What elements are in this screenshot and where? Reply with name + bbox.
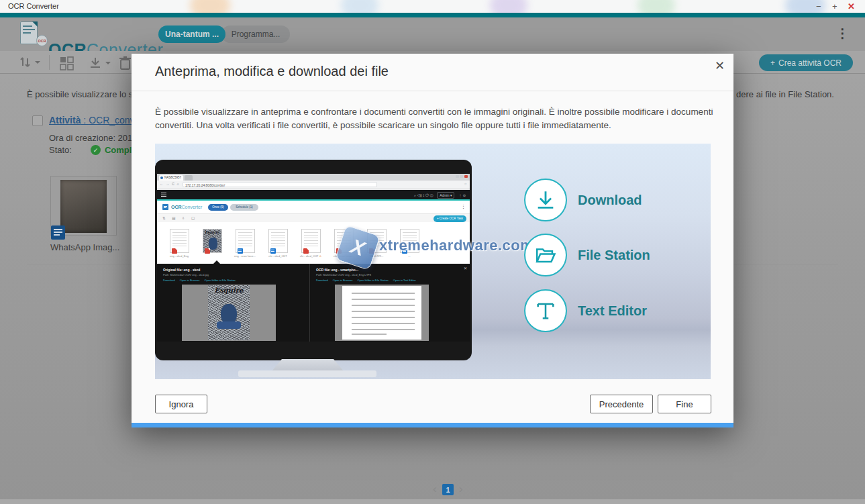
browser-minimize bbox=[456, 175, 459, 178]
mini-brand-bold: OCR bbox=[171, 205, 182, 209]
window-titlebar: OCR Converter − + ✕ bbox=[0, 0, 865, 13]
text-file-badge-icon bbox=[51, 225, 65, 240]
download-circle bbox=[524, 179, 567, 221]
qts-system-icons: ⌕ ◁)) ↥ ⟳ ⓘ bbox=[414, 193, 433, 198]
option-download-label: Download bbox=[578, 193, 642, 208]
pdf-badge-icon bbox=[205, 248, 210, 254]
bookmark-star-icon: ☆ bbox=[464, 182, 467, 186]
dialog-divider bbox=[132, 91, 733, 91]
maximize-button[interactable]: + bbox=[832, 1, 837, 11]
logo-badge: OCR bbox=[36, 35, 48, 46]
mini-tab-once: Once (9) bbox=[208, 204, 228, 211]
task-checkbox[interactable] bbox=[32, 115, 43, 126]
mini-download-link: Download bbox=[163, 279, 175, 282]
mini-thumb: chi - xkcd_CHT bbox=[264, 229, 291, 264]
dialog-title: Anteprima, modifica e download dei file bbox=[155, 64, 389, 79]
delete-icon[interactable] bbox=[118, 55, 133, 71]
check-circle-icon: ✓ bbox=[91, 145, 101, 155]
plus-icon: + bbox=[770, 58, 775, 68]
sort-icon[interactable] bbox=[19, 55, 42, 70]
file-name-label: WhatsApp Imag... bbox=[50, 242, 119, 252]
watermark-text: xtremehardware.com bbox=[379, 237, 533, 254]
intro-text-right: dere ai file in File Station. bbox=[736, 89, 834, 99]
ocr-file-path: Path: Multimedia/ OCR/ eng - xkcd_Eng.UT… bbox=[316, 273, 470, 276]
previous-button[interactable]: Precedente bbox=[590, 395, 653, 413]
skip-button[interactable]: Ignora bbox=[155, 395, 207, 413]
dialog-description: È possibile visualizzare in anteprima e … bbox=[155, 105, 715, 132]
original-file-path: Path: Multimedia/ OCR/ eng - xkcd.jpg bbox=[163, 273, 309, 276]
mini-thumb: eng - xkcd_Eng bbox=[166, 229, 193, 264]
monitor-screen: NAS8C5957 ← → C ⌂ 172.17.20.24:8080/cgi-… bbox=[157, 174, 470, 342]
text-editor-circle: X bbox=[524, 289, 567, 332]
esquire-figure-legs bbox=[217, 321, 241, 329]
create-ocr-task-button[interactable]: + Crea attività OCR bbox=[759, 54, 853, 71]
mini-kebab-icon: ⋮ bbox=[461, 204, 466, 209]
esquire-mini-title: Esquire bbox=[203, 230, 221, 234]
finish-button[interactable]: Fine bbox=[658, 395, 711, 413]
task-name: OCR_conv bbox=[89, 115, 134, 125]
tutorial-illustration: NAS8C5957 ← → C ⌂ 172.17.20.24:8080/cgi-… bbox=[155, 144, 711, 379]
task-label: Attività bbox=[49, 115, 81, 125]
logo-fold bbox=[32, 21, 38, 27]
favicon bbox=[160, 177, 163, 179]
mini-thumb-label: eng - xkcd_Eng bbox=[166, 254, 193, 258]
dialog-description-line2: convertiti. Una volta verificati i file … bbox=[155, 119, 715, 132]
header-menu-kebab-icon[interactable]: ⋮ bbox=[836, 26, 849, 41]
mini-open-filestation-link: Open folder in File Station bbox=[358, 279, 389, 282]
tab-schedule[interactable]: Programma... bbox=[221, 26, 290, 43]
option-text-editor-label: Text Editor bbox=[578, 303, 647, 319]
close-window-button[interactable]: ✕ bbox=[848, 1, 855, 11]
mini-thumb-label: chi - xkcd_CHT bbox=[264, 254, 291, 258]
ocr-converter-logo-icon: OCR bbox=[20, 21, 38, 44]
url-field: 172.17.20.24:8080/cgi-bin/ bbox=[183, 182, 377, 187]
task-link[interactable]: Attività : OCR_conv bbox=[49, 115, 135, 125]
pdf-badge-icon bbox=[303, 248, 309, 254]
accent-strip bbox=[0, 13, 865, 17]
pdf-badge-icon bbox=[172, 248, 177, 254]
dialog-close-icon[interactable]: ✕ bbox=[715, 58, 725, 73]
page-next-icon[interactable]: › bbox=[459, 483, 463, 496]
app-window: OCR Converter − + ✕ OCR OCRConverter Pro… bbox=[0, 0, 865, 504]
minimize-button[interactable]: − bbox=[816, 1, 821, 11]
file-thumbnail-photo bbox=[60, 180, 107, 233]
original-file-panel: Original file: eng - xkcd Path: Multimed… bbox=[157, 264, 309, 342]
txt-badge-icon bbox=[238, 248, 243, 254]
txt-badge-icon bbox=[270, 248, 276, 254]
download-icon bbox=[534, 189, 557, 211]
mini-thumb-label: eng - scan hece... bbox=[232, 254, 258, 258]
mini-thumb-label: ... bbox=[396, 254, 423, 258]
page-number[interactable]: 1 bbox=[442, 484, 454, 495]
modal-progress-bar bbox=[132, 423, 733, 427]
intro-text-left: È possibile visualizzare lo s bbox=[27, 89, 133, 99]
mini-open-browser-link: Open in Browser bbox=[333, 279, 353, 282]
monitor-stand bbox=[272, 359, 344, 371]
hamburger-icon bbox=[161, 193, 166, 198]
monitor-illustration: NAS8C5957 ← → C ⌂ 172.17.20.24:8080/cgi-… bbox=[155, 160, 472, 360]
admin-chip: Admin ▾ bbox=[437, 192, 454, 199]
ocr-file-links: Download Open in Browser Open folder in … bbox=[316, 279, 470, 282]
ocr-text-page bbox=[342, 286, 421, 340]
dialog-description-line1: È possibile visualizzare in anteprima e … bbox=[155, 105, 715, 119]
browser-nav-icons: ← → C ⌂ bbox=[160, 182, 180, 186]
mini-thumb-label: chi - xkcd_CHT ⚠ bbox=[297, 254, 324, 258]
preview-download-dialog: ✕ Anteprima, modifica e download dei fil… bbox=[132, 54, 733, 427]
footer-strip bbox=[0, 499, 865, 504]
page-prev-icon[interactable]: ‹ bbox=[433, 483, 437, 496]
browser-address-bar: ← → C ⌂ 172.17.20.24:8080/cgi-bin/ ☆ bbox=[157, 181, 470, 188]
browser-tab-label: NAS8C5957 bbox=[164, 176, 181, 179]
mini-panel-close-icon: ✕ bbox=[464, 266, 467, 270]
view-grid-icon[interactable] bbox=[59, 55, 77, 71]
creation-time-text: Ora di creazione: 201 bbox=[49, 133, 132, 143]
mini-toolbar: ⇅ ▤ ⇩ ▢ + Create OCR Task bbox=[157, 213, 470, 222]
original-file-title: Original file: eng - xkcd bbox=[163, 268, 309, 272]
mini-thumb: eng - scan hece... bbox=[232, 229, 258, 264]
mini-thumb: chi - xkcd_CHT ⚠ bbox=[297, 229, 324, 264]
create-ocr-task-label: Crea attività OCR bbox=[778, 58, 842, 68]
tab-one-time[interactable]: Una-tantum ... bbox=[158, 26, 225, 43]
window-title: OCR Converter bbox=[8, 2, 59, 10]
app-header: OCR OCRConverter Programma... Una-tantum… bbox=[0, 17, 865, 51]
mini-open-browser-link: Open in Browser bbox=[180, 279, 200, 282]
download-all-icon[interactable] bbox=[89, 55, 113, 71]
warning-icon: ⚠ bbox=[319, 254, 321, 258]
qts-more-icons: ⋮ ⊙ bbox=[458, 193, 466, 197]
